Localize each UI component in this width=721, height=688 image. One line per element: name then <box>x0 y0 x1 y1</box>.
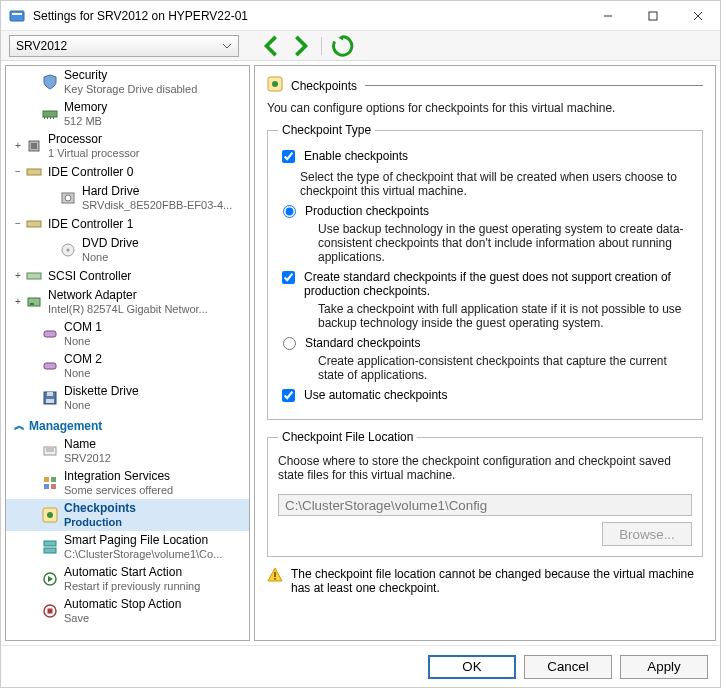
nav-item-sub: None <box>82 250 139 264</box>
svg-rect-26 <box>46 399 54 403</box>
nic-icon <box>26 294 42 310</box>
automatic-checkpoints-label: Use automatic checkpoints <box>304 388 447 402</box>
expander[interactable]: + <box>12 269 24 283</box>
nav-item-ide1[interactable]: −IDE Controller 1 <box>6 214 249 234</box>
refresh-button[interactable] <box>332 35 354 57</box>
fallback-desc: Take a checkpoint with full application … <box>318 302 692 330</box>
production-desc: Use backup technology in the guest opera… <box>318 222 692 264</box>
toolbar: SRV2012 <box>1 31 720 61</box>
services-icon <box>42 475 58 491</box>
svg-point-42 <box>272 81 278 87</box>
window-title: Settings for SRV2012 on HYPERV22-01 <box>33 9 585 23</box>
standard-checkpoints-radio[interactable]: Standard checkpoints <box>278 336 692 350</box>
enable-checkpoints-label: Enable checkpoints <box>304 149 408 163</box>
ok-button[interactable]: OK <box>428 655 516 679</box>
nav-item-label: Security <box>64 68 197 82</box>
nav-section-management[interactable]: ︽Management <box>6 414 249 435</box>
close-button[interactable] <box>675 1 720 30</box>
nav-item-name[interactable]: NameSRV2012 <box>6 435 249 467</box>
disk-icon <box>60 190 76 206</box>
checkpoint-type-legend: Checkpoint Type <box>278 123 375 137</box>
svg-rect-22 <box>44 331 56 337</box>
paging-icon <box>42 539 58 555</box>
svg-rect-3 <box>649 12 657 20</box>
nav-item-label: Checkpoints <box>64 501 136 515</box>
nav-item-nic[interactable]: +Network AdapterIntel(R) 82574L Gigabit … <box>6 286 249 318</box>
autostart-icon <box>42 571 58 587</box>
page-title: Checkpoints <box>291 79 357 93</box>
svg-rect-36 <box>44 541 56 546</box>
chevron-up-icon: ︽ <box>14 418 23 433</box>
apply-button[interactable]: Apply <box>620 655 708 679</box>
nav-item-label: Automatic Start Action <box>64 565 200 579</box>
maximize-button[interactable] <box>630 1 675 30</box>
nav-item-dvd[interactable]: DVD DriveNone <box>6 234 249 266</box>
nav-item-integration[interactable]: Integration ServicesSome services offere… <box>6 467 249 499</box>
autostop-icon <box>42 603 58 619</box>
nav-item-label: Name <box>64 437 111 451</box>
enable-checkpoints-checkbox[interactable]: Enable checkpoints <box>278 149 692 166</box>
checkpoint-location-legend: Checkpoint File Location <box>278 430 417 444</box>
nav-item-ide0[interactable]: −IDE Controller 0 <box>6 162 249 182</box>
nav-item-com2[interactable]: COM 2None <box>6 350 249 382</box>
svg-rect-16 <box>27 221 41 227</box>
app-icon <box>9 8 25 24</box>
nav-item-security[interactable]: SecurityKey Storage Drive disabled <box>6 66 249 98</box>
settings-content: Checkpoints You can configure options fo… <box>254 65 716 641</box>
vm-selector[interactable]: SRV2012 <box>9 35 239 57</box>
cpu-icon <box>26 138 42 154</box>
svg-rect-9 <box>50 117 51 119</box>
standard-checkpoints-label: Standard checkpoints <box>305 336 420 350</box>
expander[interactable]: − <box>12 165 24 179</box>
nav-item-label: Integration Services <box>64 469 173 483</box>
expander[interactable]: − <box>12 217 24 231</box>
svg-rect-21 <box>30 303 34 305</box>
settings-nav[interactable]: SecurityKey Storage Drive disabledMemory… <box>5 65 250 641</box>
nav-item-processor[interactable]: +Processor1 Virtual processor <box>6 130 249 162</box>
nav-item-com1[interactable]: COM 1None <box>6 318 249 350</box>
checkpoint-location-group: Checkpoint File Location Choose where to… <box>267 430 703 557</box>
shield-icon <box>42 74 58 90</box>
nav-item-sub: Key Storage Drive disabled <box>64 82 197 96</box>
minimize-button[interactable] <box>585 1 630 30</box>
nav-item-autostart[interactable]: Automatic Start ActionRestart if previou… <box>6 563 249 595</box>
vm-selector-value: SRV2012 <box>16 39 67 53</box>
nav-item-label: COM 1 <box>64 320 102 334</box>
nav-back-button[interactable] <box>261 35 283 57</box>
nav-item-hard-drive[interactable]: Hard DriveSRVdisk_8E520FBB-EF03-4... <box>6 182 249 214</box>
expander[interactable]: + <box>12 139 24 153</box>
nav-item-scsi[interactable]: +SCSI Controller <box>6 266 249 286</box>
separator <box>321 37 322 55</box>
nav-item-autostop[interactable]: Automatic Stop ActionSave <box>6 595 249 627</box>
automatic-checkpoints-checkbox[interactable]: Use automatic checkpoints <box>278 388 692 405</box>
svg-rect-33 <box>51 484 56 489</box>
nav-item-sub: Production <box>64 515 136 529</box>
rule <box>365 85 703 86</box>
tag-icon <box>42 443 58 459</box>
nav-item-memory[interactable]: Memory512 MB <box>6 98 249 130</box>
cancel-button[interactable]: Cancel <box>524 655 612 679</box>
svg-rect-7 <box>44 117 45 119</box>
titlebar: Settings for SRV2012 on HYPERV22-01 <box>1 1 720 31</box>
fallback-checkbox[interactable]: Create standard checkpoints if the guest… <box>278 270 692 298</box>
warning-row: The checkpoint file location cannot be c… <box>267 567 703 595</box>
warning-text: The checkpoint file location cannot be c… <box>291 567 703 595</box>
nav-item-paging[interactable]: Smart Paging File LocationC:\ClusterStor… <box>6 531 249 563</box>
svg-rect-19 <box>27 273 41 279</box>
svg-rect-37 <box>44 548 56 553</box>
nav-item-sub: C:\ClusterStorage\volume1\Co... <box>64 547 222 561</box>
nav-item-label: Network Adapter <box>48 288 208 302</box>
nav-item-sub: None <box>64 334 102 348</box>
production-checkpoints-radio[interactable]: Production checkpoints <box>278 204 692 218</box>
warning-icon <box>267 567 283 583</box>
svg-rect-1 <box>12 13 22 15</box>
expander[interactable]: + <box>12 295 24 309</box>
nav-item-diskette[interactable]: Diskette DriveNone <box>6 382 249 414</box>
svg-point-18 <box>67 249 70 252</box>
checkpoint-icon <box>42 507 58 523</box>
chevron-down-icon <box>222 41 232 51</box>
nav-forward-button[interactable] <box>289 35 311 57</box>
nav-item-label: Diskette Drive <box>64 384 139 398</box>
svg-point-15 <box>65 195 71 201</box>
nav-item-checkpoints[interactable]: CheckpointsProduction <box>6 499 249 531</box>
